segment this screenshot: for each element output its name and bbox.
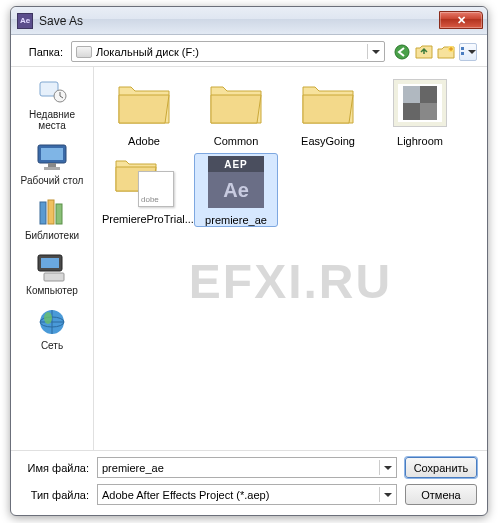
svg-rect-17 <box>44 273 64 281</box>
titlebar[interactable]: Ae Save As ✕ <box>11 7 487 35</box>
save-button[interactable]: Сохранить <box>405 457 477 478</box>
back-button[interactable] <box>393 43 411 61</box>
folder-item[interactable]: Common <box>194 75 278 147</box>
item-label: Lighroom <box>397 135 443 147</box>
dialog-body: Недавние места Рабочий стол Библиотеки К… <box>11 66 487 450</box>
aep-file-icon: AEP Ae <box>208 156 264 208</box>
item-label: Common <box>214 135 259 147</box>
folder-icon <box>207 79 265 127</box>
svg-rect-13 <box>48 200 54 224</box>
sidebar-item-recent[interactable]: Недавние места <box>14 73 90 137</box>
filetype-dropdown[interactable]: Adobe After Effects Project (*.aep) <box>97 484 397 505</box>
folder-item[interactable]: Adobe <box>102 75 186 147</box>
filetype-label: Тип файла: <box>21 489 89 501</box>
computer-icon <box>34 253 70 283</box>
sidebar-item-computer[interactable]: Компьютер <box>14 249 90 302</box>
views-button[interactable] <box>459 43 477 61</box>
lightroom-thumbnail-icon <box>393 79 447 127</box>
chevron-down-icon <box>468 50 476 54</box>
svg-rect-10 <box>48 163 56 167</box>
views-icon <box>460 46 466 58</box>
new-folder-button[interactable] <box>437 43 455 61</box>
svg-point-0 <box>395 45 409 59</box>
sidebar-item-desktop[interactable]: Рабочий стол <box>14 139 90 192</box>
filename-label: Имя файла: <box>21 462 89 474</box>
sidebar-item-label: Сеть <box>41 340 63 351</box>
folder-up-icon <box>415 44 433 60</box>
chevron-down-icon <box>367 44 382 59</box>
svg-point-20 <box>44 312 52 324</box>
filename-input[interactable]: premiere_ae <box>97 457 397 478</box>
archive-thumbnail-icon <box>114 155 174 207</box>
item-label: EasyGoing <box>301 135 355 147</box>
svg-rect-2 <box>461 47 464 50</box>
network-icon <box>34 308 70 338</box>
close-icon: ✕ <box>457 14 466 27</box>
sidebar-item-network[interactable]: Сеть <box>14 304 90 357</box>
save-as-dialog: Ae Save As ✕ Папка: Локальный диск (F:) <box>10 6 488 516</box>
up-one-level-button[interactable] <box>415 43 433 61</box>
chevron-down-icon <box>379 460 394 475</box>
item-label: PremiereProTrial... <box>102 213 194 225</box>
filetype-value: Adobe After Effects Project (*.aep) <box>102 489 269 501</box>
drive-icon <box>76 46 92 58</box>
svg-rect-9 <box>41 148 63 160</box>
window-title: Save As <box>39 14 83 28</box>
svg-rect-11 <box>44 167 60 170</box>
filename-value: premiere_ae <box>102 462 164 474</box>
folder-label: Папка: <box>21 46 63 58</box>
file-item-selected[interactable]: AEP Ae premiere_ae <box>194 153 278 227</box>
folder-item[interactable]: EasyGoing <box>286 75 370 147</box>
file-item[interactable]: PremiereProTrial... <box>102 153 186 227</box>
back-icon <box>394 44 410 60</box>
sidebar-item-libraries[interactable]: Библиотеки <box>14 194 90 247</box>
places-sidebar: Недавние места Рабочий стол Библиотеки К… <box>11 67 93 450</box>
svg-rect-4 <box>461 52 464 55</box>
file-grid: Adobe Common EasyGoing Lighroom <box>102 75 479 227</box>
desktop-icon <box>34 143 70 173</box>
libraries-icon <box>34 198 70 228</box>
folder-icon <box>115 79 173 127</box>
sidebar-item-label: Компьютер <box>26 285 78 296</box>
close-button[interactable]: ✕ <box>439 11 483 29</box>
svg-rect-14 <box>56 204 62 224</box>
file-list-area[interactable]: Adobe Common EasyGoing Lighroom <box>93 67 487 450</box>
folder-dropdown[interactable]: Локальный диск (F:) <box>71 41 385 62</box>
dialog-footer: Имя файла: premiere_ae Сохранить Тип фай… <box>11 450 487 515</box>
app-icon: Ae <box>17 13 33 29</box>
chevron-down-icon <box>379 487 394 502</box>
cancel-button[interactable]: Отмена <box>405 484 477 505</box>
watermark-text: EFXI.RU <box>189 254 392 309</box>
svg-rect-12 <box>40 202 46 224</box>
folder-item[interactable]: Lighroom <box>378 75 462 147</box>
recent-places-icon <box>34 77 70 107</box>
folder-row: Папка: Локальный диск (F:) <box>11 35 487 66</box>
item-label: premiere_ae <box>205 214 267 226</box>
new-folder-icon <box>437 44 455 60</box>
sidebar-item-label: Недавние места <box>29 109 75 131</box>
item-label: Adobe <box>128 135 160 147</box>
svg-rect-16 <box>41 258 59 268</box>
nav-icons <box>393 43 477 61</box>
folder-value: Локальный диск (F:) <box>96 46 199 58</box>
sidebar-item-label: Библиотеки <box>25 230 79 241</box>
folder-icon <box>299 79 357 127</box>
sidebar-item-label: Рабочий стол <box>21 175 84 186</box>
